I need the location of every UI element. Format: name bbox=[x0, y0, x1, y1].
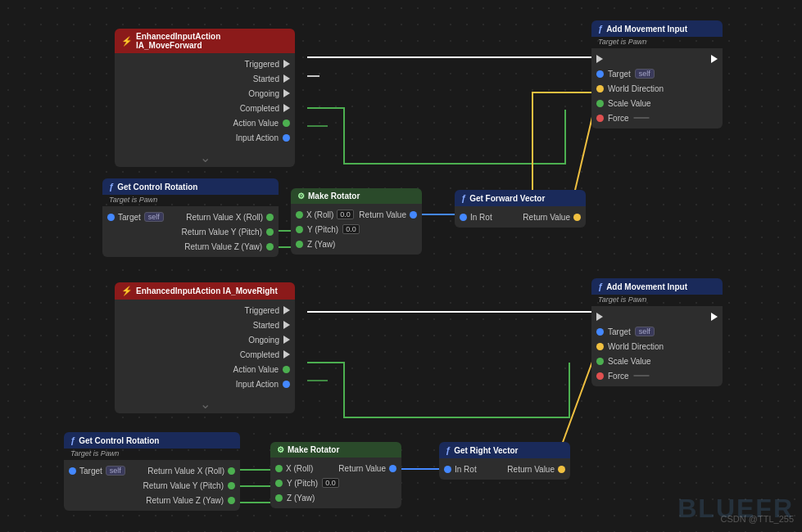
pin-yaw-mr1: Z (Yaw) bbox=[291, 237, 422, 251]
node-add-movement-2: ƒ Add Movement Input Target is Pawn Targ… bbox=[591, 278, 723, 386]
node-subtitle-add1: Target is Pawn bbox=[591, 37, 723, 48]
force-input-1[interactable] bbox=[633, 117, 650, 119]
pin-world-dir-dot-add2 bbox=[596, 343, 604, 350]
pin-started-mr: Started bbox=[115, 318, 295, 332]
node-add-movement-1: ƒ Add Movement Input Target is Pawn Targ… bbox=[591, 20, 723, 128]
pin-input-action: Input Action bbox=[115, 130, 295, 145]
pin-return-gfv bbox=[573, 214, 581, 221]
pin-return-grv bbox=[558, 466, 565, 473]
node-get-control-rotation-2: ƒ Get Control Rotation Target is Pawn Ta… bbox=[64, 432, 240, 511]
self-badge-gcr2: self bbox=[106, 466, 125, 476]
pin-roll-mr2: X (Roll) Return Value bbox=[270, 461, 401, 476]
pin-exec-in-add1 bbox=[591, 52, 723, 66]
pin-force-dot-add2 bbox=[596, 372, 604, 380]
pin-pitch-dot bbox=[266, 228, 274, 236]
pin-return-mr2 bbox=[389, 465, 396, 472]
pin-target-dot-add2 bbox=[596, 328, 604, 336]
pin-ongoing-arrow bbox=[283, 89, 290, 97]
roll-val-1[interactable]: 0.0 bbox=[337, 210, 354, 219]
func-icon-add2: ƒ bbox=[598, 282, 603, 291]
self-badge-add2: self bbox=[635, 327, 655, 336]
node-title-mr1: Make Rotator bbox=[308, 192, 360, 201]
node-make-rotator-2: ⚙ Make Rotator X (Roll) Return Value Y (… bbox=[270, 442, 401, 508]
pin-started-arrow bbox=[283, 74, 290, 83]
pin-roll-mr1: X (Roll) 0.0 Return Value bbox=[291, 207, 422, 222]
pin-pitch-in-mr1 bbox=[296, 226, 303, 233]
pin-inrot-grv: In Rot Return Value bbox=[439, 462, 570, 476]
pin-yaw-mr2: Z (Yaw) bbox=[270, 490, 401, 505]
pin-roll-in-mr2 bbox=[275, 465, 283, 472]
pin-input-action-mr: Input Action bbox=[115, 376, 295, 391]
pin-ongoing-mr: Ongoing bbox=[115, 332, 295, 347]
node-get-right-vector: ƒ Get Right Vector In Rot Return Value bbox=[439, 442, 570, 480]
node-enhanced-move-right: ⚡ EnhancedInputAction IA_MoveRight Trigg… bbox=[115, 282, 295, 413]
make-rot-icon-1: ⚙ bbox=[297, 192, 305, 201]
pin-world-dir-dot bbox=[596, 85, 604, 92]
pin-started: Started bbox=[115, 71, 295, 86]
pin-action-value-dot-mr bbox=[283, 366, 290, 373]
pitch-val-2[interactable]: 0.0 bbox=[322, 478, 339, 488]
pin-scale-add1: Scale Value bbox=[591, 96, 723, 110]
pin-target-dot bbox=[596, 70, 604, 78]
pin-scale-dot-add2 bbox=[596, 358, 604, 365]
force-input-2[interactable] bbox=[633, 375, 650, 376]
func-icon-gcr1: ƒ bbox=[109, 182, 114, 192]
pin-pitch-in-mr2 bbox=[275, 480, 283, 487]
make-rot-icon-2: ⚙ bbox=[277, 445, 284, 454]
pin-pitch-dot-gcr2 bbox=[228, 482, 235, 489]
pin-completed-arrow-mr bbox=[283, 350, 290, 358]
pin-yaw-in-mr1 bbox=[296, 241, 303, 248]
pin-inrot-dot-grv bbox=[444, 466, 451, 473]
pitch-val-1[interactable]: 0.0 bbox=[342, 224, 360, 234]
pin-scale-add2: Scale Value bbox=[591, 354, 723, 368]
func-icon-gfv: ƒ bbox=[461, 193, 466, 203]
node-title-grv: Get Right Vector bbox=[454, 446, 518, 455]
node-make-rotator-1: ⚙ Make Rotator X (Roll) 0.0 Return Value… bbox=[291, 188, 422, 255]
node-subtitle-add2: Target is Pawn bbox=[591, 295, 723, 306]
pin-pitch-mr2: Y (Pitch) 0.0 bbox=[270, 476, 401, 490]
node-icon-1: ⚡ bbox=[121, 36, 133, 47]
pin-roll-dot bbox=[266, 214, 274, 221]
pin-exec-arrow-2 bbox=[596, 313, 603, 321]
pin-target-gcr1: Target self Return Value X (Roll) bbox=[102, 210, 279, 224]
pin-triggered: Triggered bbox=[115, 56, 295, 71]
pin-triggered-arrow bbox=[283, 60, 290, 68]
pin-triggered-arrow-mr bbox=[283, 306, 290, 314]
pin-completed-mr: Completed bbox=[115, 347, 295, 362]
node-footer-mr: ⌄ bbox=[115, 394, 295, 413]
node-title-gcr2: Get Control Rotation bbox=[79, 436, 159, 445]
pin-inrot-gfv: In Rot Return Value bbox=[455, 210, 586, 224]
pin-target-add1: Target self bbox=[591, 66, 723, 81]
pin-return-mr1 bbox=[410, 211, 417, 219]
func-icon-gcr2: ƒ bbox=[70, 435, 75, 445]
pin-pitch-gcr1: Return Value Y (Pitch) bbox=[102, 224, 279, 239]
pin-triggered-mr: Triggered bbox=[115, 303, 295, 318]
node-title-gfv: Get Forward Vector bbox=[469, 194, 545, 203]
pin-yaw-dot bbox=[266, 243, 274, 250]
pin-force-add1: Force bbox=[591, 110, 723, 125]
pin-force-add2: Force bbox=[591, 368, 723, 383]
pin-yaw-in-mr2 bbox=[275, 494, 283, 502]
self-badge-1: self bbox=[635, 69, 655, 79]
pin-roll-dot-gcr2 bbox=[228, 467, 235, 475]
pin-input-action-dot bbox=[283, 134, 290, 142]
node-subtitle-gcr1: Target is Pawn bbox=[102, 195, 279, 206]
pin-yaw-gcr2: Return Value Z (Yaw) bbox=[64, 493, 240, 507]
pin-target-gcr2: Target self Return Value X (Roll) bbox=[64, 463, 240, 478]
pin-ongoing-arrow-mr bbox=[283, 336, 290, 344]
pin-world-dir-add2: World Direction bbox=[591, 339, 723, 354]
pin-pitch-gcr2: Return Value Y (Pitch) bbox=[64, 478, 240, 493]
func-icon-grv: ƒ bbox=[446, 445, 451, 455]
pin-target-dot-gcr2 bbox=[69, 467, 76, 475]
pin-exec-arrow bbox=[596, 55, 603, 63]
pin-action-value-mr: Action Value bbox=[115, 362, 295, 376]
pin-exec-out-2 bbox=[711, 313, 718, 321]
node-title-add2: Add Movement Input bbox=[606, 282, 687, 291]
pin-action-value-dot bbox=[283, 119, 290, 127]
node-footer-1: ⌄ bbox=[115, 148, 295, 167]
self-badge-gcr1: self bbox=[144, 212, 164, 222]
node-get-control-rotation-1: ƒ Get Control Rotation Target is Pawn Ta… bbox=[102, 178, 279, 257]
node-title-mr2: Make Rotator bbox=[288, 445, 339, 454]
pin-started-arrow-mr bbox=[283, 321, 290, 329]
pin-pitch-mr1: Y (Pitch) 0.0 bbox=[291, 222, 422, 237]
